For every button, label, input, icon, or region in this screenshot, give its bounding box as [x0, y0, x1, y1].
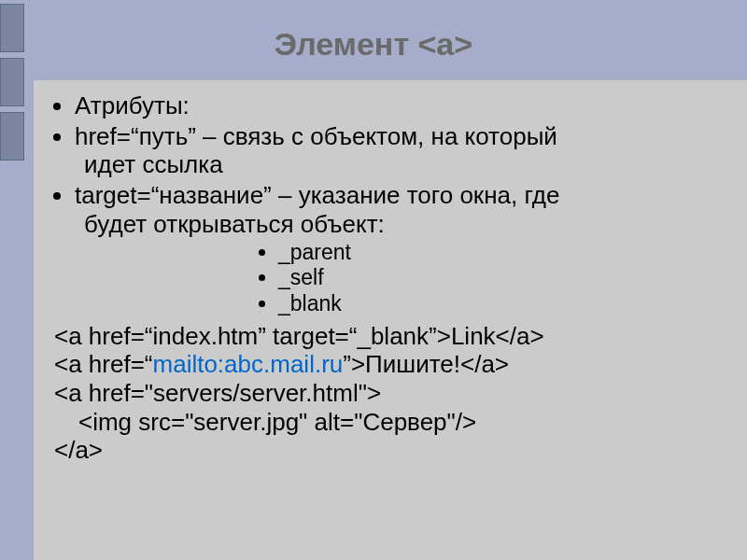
mailto-link: mailto:abc.mail.ru: [153, 350, 344, 378]
bullet-text-cont: будет открываться объект:: [75, 210, 738, 239]
bullet-text: target=“название” – указание того окна, …: [75, 181, 559, 209]
code-text: <a href=“: [54, 350, 153, 378]
code-line: <a href=“mailto:abc.mail.ru”>Пишите!</a>: [54, 350, 738, 379]
side-tabs: [0, 0, 24, 166]
bullet-item: Атрибуты:: [75, 91, 738, 120]
slide-body: Атрибуты: href=“путь” – связь с объектом…: [34, 80, 747, 560]
slide-title: Элемент <a>: [0, 26, 747, 63]
bullet-item: target=“название” – указание того окна, …: [75, 181, 738, 238]
tab-marker: [0, 4, 24, 52]
tab-marker: [0, 58, 24, 106]
bullet-text-cont: идет ссылка: [75, 150, 738, 179]
code-line: <a href="servers/server.html">: [54, 379, 738, 408]
bullet-text: href=“путь” – связь с объектом, на котор…: [75, 122, 557, 150]
sub-bullet: _self: [278, 265, 738, 290]
code-text: <img src="server.jpg" alt="Сервер"/>: [54, 408, 738, 437]
sub-bullet: _blank: [278, 291, 738, 316]
code-text: ”>Пишите!</a>: [343, 350, 509, 378]
code-line: </a>: [54, 436, 738, 465]
bullet-item: href=“путь” – связь с объектом, на котор…: [75, 122, 738, 179]
tab-marker: [0, 112, 24, 161]
code-example: <a href=“index.htm” target=“_blank”>Link…: [54, 322, 738, 465]
code-line: <img src="server.jpg" alt="Сервер"/>: [54, 408, 738, 437]
sub-bullet: _parent: [278, 240, 738, 265]
code-line: <a href=“index.htm” target=“_blank”>Link…: [54, 322, 738, 351]
